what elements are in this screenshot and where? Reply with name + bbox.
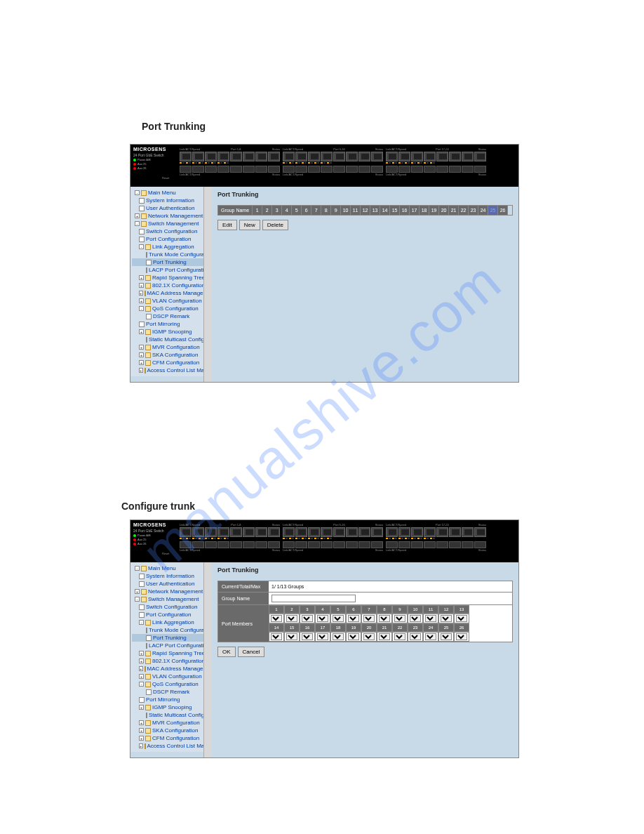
port-select[interactable]: -	[333, 633, 344, 640]
group-cell[interactable]: 26	[498, 206, 508, 215]
port-select[interactable]: -	[394, 633, 405, 640]
nav-item[interactable]: +Access Control List Management	[132, 742, 210, 750]
nav-item[interactable]: -Switch Management	[132, 595, 210, 603]
group-cell[interactable]: 4	[282, 206, 292, 215]
scrollbar[interactable]	[203, 187, 212, 382]
group-cell[interactable]: 11	[351, 206, 361, 215]
scrollbar[interactable]	[203, 562, 212, 757]
port-select[interactable]: -	[333, 615, 344, 622]
nav-item[interactable]: -Switch Management	[132, 220, 210, 227]
nav-item[interactable]: +Rapid Spanning Tree	[132, 274, 210, 282]
port-select[interactable]: -	[456, 633, 467, 640]
group-cell[interactable]: 24	[478, 206, 488, 215]
port-select[interactable]: -	[348, 633, 359, 640]
nav-item[interactable]: +802.1X Configuration	[132, 282, 210, 289]
nav-item[interactable]: Port Trunking	[132, 258, 210, 266]
port-select[interactable]: -	[286, 615, 297, 622]
nav-item[interactable]: -Link Aggregation	[132, 243, 210, 251]
nav-item[interactable]: Static Multicast Configuration	[132, 336, 210, 343]
nav-item[interactable]: +Network Management	[132, 212, 210, 220]
port-select[interactable]: -	[441, 633, 452, 640]
nav-item[interactable]: Switch Configuration	[132, 603, 210, 611]
cancel-button[interactable]: Cancel	[238, 647, 265, 657]
group-cell[interactable]: 2	[262, 206, 272, 215]
port-select[interactable]: -	[410, 615, 421, 622]
group-cell[interactable]: 6	[302, 206, 311, 215]
nav-item[interactable]: +VLAN Configuration	[132, 673, 210, 680]
nav-item[interactable]: Static Multicast Configuration	[132, 711, 210, 719]
group-cell[interactable]: 14	[380, 206, 390, 215]
nav-item[interactable]: +Network Management	[132, 588, 210, 595]
port-select[interactable]: -	[286, 633, 297, 640]
port-select[interactable]: -	[410, 633, 421, 640]
nav-item[interactable]: Trunk Mode Configuration	[132, 626, 210, 634]
nav-item[interactable]: LACP Port Configuration	[132, 642, 210, 649]
port-select[interactable]: -	[363, 633, 375, 640]
group-cell[interactable]: 23	[469, 206, 478, 215]
nav-item[interactable]: +CFM Configuration	[132, 734, 210, 742]
group-cell[interactable]: 18	[420, 206, 429, 215]
port-select[interactable]: -	[425, 633, 436, 640]
nav-item[interactable]: +IGMP Snooping	[132, 328, 210, 336]
nav-item[interactable]: System Information	[132, 572, 210, 580]
nav-item[interactable]: +802.1X Configuration	[132, 657, 210, 665]
group-cell[interactable]: 1	[253, 206, 262, 215]
nav-item[interactable]: +MVR Configuration	[132, 343, 210, 351]
nav-tree[interactable]: -Main MenuSystem InformationUser Authent…	[130, 187, 212, 376]
group-cell[interactable]: 12	[361, 206, 370, 215]
nav-item[interactable]: +CFM Configuration	[132, 359, 210, 366]
port-select[interactable]: -	[348, 615, 359, 622]
group-cell[interactable]: 3	[272, 206, 282, 215]
edit-button[interactable]: Edit	[217, 220, 237, 230]
port-select[interactable]: -	[379, 615, 390, 622]
nav-item[interactable]: Port Mirroring	[132, 696, 210, 703]
nav-item[interactable]: User Authentication	[132, 580, 210, 588]
group-cell[interactable]: 7	[311, 206, 321, 215]
group-cell[interactable]: 22	[459, 206, 469, 215]
nav-item[interactable]: +SKA Configuration	[132, 351, 210, 359]
group-cell[interactable]: 15	[390, 206, 400, 215]
group-cell[interactable]: 8	[321, 206, 331, 215]
nav-item[interactable]: +Access Control List Management	[132, 366, 210, 374]
port-select[interactable]: -	[363, 615, 375, 622]
nav-item[interactable]: +SKA Configuration	[132, 727, 210, 734]
port-select[interactable]: -	[271, 615, 282, 622]
group-cell[interactable]: 19	[429, 206, 439, 215]
group-cell[interactable]: 10	[341, 206, 351, 215]
nav-item[interactable]: +IGMP Snooping	[132, 703, 210, 711]
nav-item[interactable]: DSCP Remark	[132, 312, 210, 320]
ok-button[interactable]: OK	[217, 647, 236, 657]
new-button[interactable]: New	[239, 220, 260, 230]
port-select[interactable]: -	[425, 615, 436, 622]
nav-item[interactable]: +Rapid Spanning Tree	[132, 649, 210, 657]
nav-item[interactable]: Trunk Mode Configuration	[132, 251, 210, 258]
port-select[interactable]: -	[317, 615, 328, 622]
group-cell[interactable]: 13	[370, 206, 380, 215]
group-cell[interactable]: 16	[400, 206, 410, 215]
nav-item[interactable]: +MAC Address Management	[132, 665, 210, 673]
nav-item[interactable]: -Link Aggregation	[132, 618, 210, 626]
group-cell[interactable]: 17	[410, 206, 420, 215]
group-cell[interactable]: 9	[331, 206, 341, 215]
port-select[interactable]: -	[302, 633, 313, 640]
port-select[interactable]: -	[302, 615, 313, 622]
nav-item[interactable]: +MVR Configuration	[132, 719, 210, 727]
port-select[interactable]: -	[394, 615, 405, 622]
nav-item[interactable]: +MAC Address Management	[132, 289, 210, 297]
nav-item[interactable]: Port Mirroring	[132, 320, 210, 328]
nav-item[interactable]: Port Trunking	[132, 634, 210, 642]
group-cell[interactable]: 21	[449, 206, 459, 215]
nav-tree[interactable]: -Main MenuSystem InformationUser Authent…	[130, 562, 212, 752]
nav-item[interactable]: DSCP Remark	[132, 688, 210, 696]
nav-item[interactable]: Switch Configuration	[132, 227, 210, 235]
nav-item[interactable]: LACP Port Configuration	[132, 266, 210, 274]
nav-item[interactable]: -Main Menu	[132, 189, 210, 197]
nav-item[interactable]: +VLAN Configuration	[132, 297, 210, 305]
nav-item[interactable]: -QoS Configuration	[132, 305, 210, 312]
group-cell[interactable]: 5	[292, 206, 302, 215]
port-select[interactable]: -	[271, 633, 282, 640]
group-cell[interactable]: 20	[439, 206, 449, 215]
port-select[interactable]: -	[456, 615, 467, 622]
nav-item[interactable]: -QoS Configuration	[132, 680, 210, 688]
group-cell[interactable]: 25	[488, 206, 498, 215]
